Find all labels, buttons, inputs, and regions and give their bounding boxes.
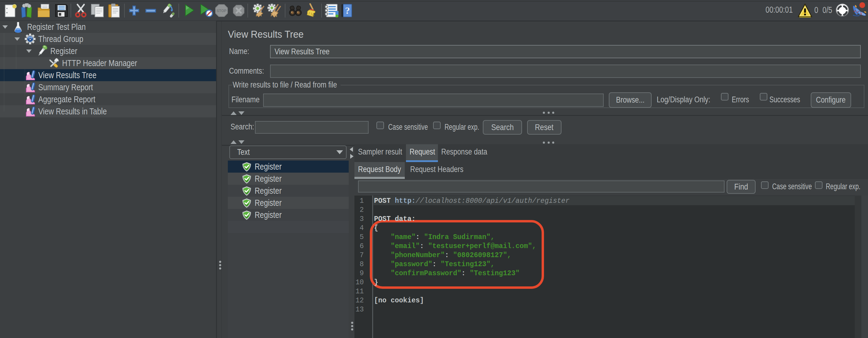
svg-text:STOP: STOP [217, 9, 226, 13]
svg-text:?: ? [345, 5, 350, 16]
